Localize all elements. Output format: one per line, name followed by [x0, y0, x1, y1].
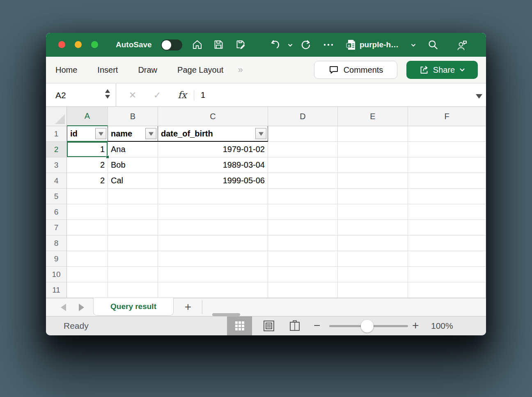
insert-function-icon[interactable]: fx: [176, 83, 189, 107]
cell-B10[interactable]: [108, 267, 158, 282]
share-button[interactable]: Share: [406, 61, 478, 79]
tab-home[interactable]: Home: [55, 65, 77, 75]
cell-E6[interactable]: [338, 204, 408, 220]
search-icon[interactable]: [427, 39, 438, 50]
cell-A6[interactable]: [67, 204, 108, 220]
undo-options-chevron-icon[interactable]: [287, 42, 293, 48]
cell-E4[interactable]: [338, 173, 408, 189]
zoom-level[interactable]: 100%: [431, 316, 453, 335]
name-box-spinner[interactable]: [105, 89, 110, 99]
cell-D3[interactable]: [268, 157, 338, 173]
cell-F8[interactable]: [408, 235, 486, 251]
sheet-tab-query-result[interactable]: Query result: [93, 298, 174, 316]
cell-A10[interactable]: [67, 267, 108, 282]
more-commands-icon[interactable]: [323, 41, 334, 49]
cell-A11[interactable]: [67, 282, 108, 298]
row-header-3[interactable]: 3: [46, 157, 67, 173]
row-header-5[interactable]: 5: [46, 189, 67, 204]
autosave-toggle[interactable]: [161, 39, 182, 51]
tab-draw[interactable]: Draw: [138, 65, 157, 75]
cell-E9[interactable]: [338, 251, 408, 267]
row-header-2[interactable]: 2: [46, 142, 67, 157]
cell-E11[interactable]: [338, 282, 408, 298]
cell-C5[interactable]: [158, 189, 268, 204]
cell-C3[interactable]: 1989-03-04: [158, 157, 268, 173]
cell-F6[interactable]: [408, 204, 486, 220]
undo-icon[interactable]: [270, 39, 281, 50]
column-header-E[interactable]: E: [338, 107, 408, 126]
page-break-preview-button[interactable]: [287, 316, 303, 335]
cell-B1[interactable]: name: [108, 126, 158, 142]
minimize-window-button[interactable]: [75, 41, 82, 48]
row-header-7[interactable]: 7: [46, 220, 67, 235]
cell-D2[interactable]: [268, 142, 338, 157]
row-header-10[interactable]: 10: [46, 267, 67, 282]
cell-A2[interactable]: 1: [67, 142, 108, 157]
next-sheet-icon[interactable]: [79, 304, 84, 311]
comments-button[interactable]: Comments: [314, 61, 397, 79]
cell-D8[interactable]: [268, 235, 338, 251]
spinner-up-icon[interactable]: [105, 89, 110, 93]
cell-A1[interactable]: id: [67, 126, 108, 142]
previous-sheet-icon[interactable]: [61, 304, 66, 311]
cell-D7[interactable]: [268, 220, 338, 235]
cell-B7[interactable]: [108, 220, 158, 235]
cell-A8[interactable]: [67, 235, 108, 251]
tab-insert[interactable]: Insert: [97, 65, 118, 75]
zoom-out-button[interactable]: −: [314, 316, 320, 335]
cancel-entry-icon[interactable]: ✕: [127, 83, 138, 107]
column-header-C[interactable]: C: [158, 107, 268, 126]
cell-B5[interactable]: [108, 189, 158, 204]
cell-C6[interactable]: [158, 204, 268, 220]
cell-C9[interactable]: [158, 251, 268, 267]
cell-A7[interactable]: [67, 220, 108, 235]
horizontal-scrollbar-thumb[interactable]: [212, 313, 240, 316]
more-tabs-chevron-icon[interactable]: »: [238, 65, 242, 75]
cell-B9[interactable]: [108, 251, 158, 267]
row-header-9[interactable]: 9: [46, 251, 67, 267]
cell-E10[interactable]: [338, 267, 408, 282]
row-header-6[interactable]: 6: [46, 204, 67, 220]
cell-C8[interactable]: [158, 235, 268, 251]
row-header-11[interactable]: 11: [46, 282, 67, 298]
cell-D6[interactable]: [268, 204, 338, 220]
spinner-down-icon[interactable]: [105, 95, 110, 99]
fill-handle[interactable]: [106, 155, 109, 159]
cell-D9[interactable]: [268, 251, 338, 267]
filter-button-date_of_birth[interactable]: [255, 128, 266, 139]
normal-view-button[interactable]: [227, 316, 252, 335]
expand-formula-bar-icon[interactable]: [476, 94, 482, 99]
column-header-D[interactable]: D: [268, 107, 338, 126]
cell-E7[interactable]: [338, 220, 408, 235]
column-header-A[interactable]: A: [67, 107, 108, 126]
cell-C7[interactable]: [158, 220, 268, 235]
confirm-entry-icon[interactable]: ✓: [152, 83, 163, 107]
cell-E2[interactable]: [338, 142, 408, 157]
column-header-F[interactable]: F: [408, 107, 486, 126]
cell-F9[interactable]: [408, 251, 486, 267]
cell-D1[interactable]: [268, 126, 338, 142]
cell-C11[interactable]: [158, 282, 268, 298]
zoom-in-button[interactable]: +: [412, 316, 419, 335]
cell-A5[interactable]: [67, 189, 108, 204]
redo-refresh-icon[interactable]: [300, 39, 312, 50]
cell-C4[interactable]: 1999-05-06: [158, 173, 268, 189]
cell-F3[interactable]: [408, 157, 486, 173]
filter-button-id[interactable]: [95, 128, 106, 139]
cell-B2[interactable]: Ana: [108, 142, 158, 157]
row-header-4[interactable]: 4: [46, 173, 67, 189]
filter-button-name[interactable]: [145, 128, 156, 139]
cell-D11[interactable]: [268, 282, 338, 298]
cell-F11[interactable]: [408, 282, 486, 298]
cell-E3[interactable]: [338, 157, 408, 173]
cell-C1[interactable]: date_of_birth: [158, 126, 268, 142]
name-box[interactable]: A2: [46, 83, 116, 106]
zoom-window-button[interactable]: [91, 41, 98, 48]
cell-D4[interactable]: [268, 173, 338, 189]
tab-page-layout[interactable]: Page Layout: [177, 65, 223, 75]
cell-F2[interactable]: [408, 142, 486, 157]
row-header-1[interactable]: 1: [46, 126, 67, 142]
cell-F4[interactable]: [408, 173, 486, 189]
document-menu-chevron-icon[interactable]: [410, 42, 416, 48]
cell-C2[interactable]: 1979-01-02: [158, 142, 268, 157]
